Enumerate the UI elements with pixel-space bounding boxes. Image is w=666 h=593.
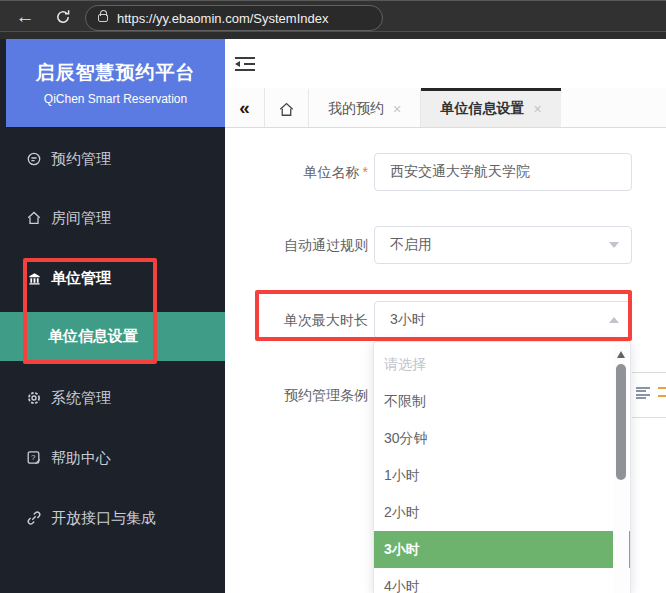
collapse-sidebar-icon[interactable] bbox=[235, 57, 255, 71]
scrollbar-up-arrow-icon[interactable] bbox=[617, 351, 625, 358]
auto-approve-rule-label: 自动通过规则 bbox=[225, 237, 368, 255]
browser-toolbar-edge bbox=[0, 31, 666, 39]
tab-my-reservations[interactable]: 我的预约 × bbox=[309, 88, 421, 127]
tab-label: 单位信息设置 bbox=[440, 100, 524, 118]
sidebar-item-unit-mgmt[interactable]: 单位管理 bbox=[0, 266, 225, 290]
editor-toolbar-top-border bbox=[632, 372, 666, 373]
sidebar-item-help-center[interactable]: ? 帮助中心 bbox=[0, 446, 225, 470]
sidebar-item-label: 单位管理 bbox=[51, 269, 111, 288]
close-icon[interactable]: × bbox=[393, 101, 401, 117]
app-screen: ← https://yy.ebaomin.com/SystemIndex 启辰智… bbox=[0, 0, 666, 593]
reservation-rules-label: 预约管理条例 bbox=[225, 387, 368, 405]
tab-unit-info-settings[interactable]: 单位信息设置 × bbox=[421, 88, 561, 127]
max-duration-select[interactable]: 3小时 bbox=[374, 301, 632, 339]
help-doc-icon: ? bbox=[26, 450, 42, 466]
content-header bbox=[225, 39, 666, 88]
required-asterisk: * bbox=[363, 164, 368, 180]
sidebar-item-open-api[interactable]: 开放接口与集成 bbox=[0, 506, 225, 530]
dropdown-option-30min[interactable]: 30分钟 bbox=[374, 420, 630, 457]
sidebar-item-label: 房间管理 bbox=[51, 209, 111, 228]
main-content: « 我的预约 × 单位信息设置 × 单位名称* 西安交通大学航天学院 自动通过规… bbox=[225, 39, 666, 593]
svg-text:?: ? bbox=[31, 453, 36, 462]
sidebar-item-unit-info-settings[interactable]: 单位信息设置 bbox=[0, 312, 225, 361]
scrollbar-thumb[interactable] bbox=[616, 364, 626, 480]
tabs-scroll-left-button[interactable]: « bbox=[225, 88, 265, 127]
unit-name-input[interactable]: 西安交通大学航天学院 bbox=[374, 153, 632, 191]
browser-back-button[interactable]: ← bbox=[10, 3, 40, 31]
sidebar-item-label: 预约管理 bbox=[51, 150, 111, 169]
unit-name-label: 单位名称* bbox=[225, 164, 368, 182]
brand-header: 启辰智慧预约平台 QiChen Smart Reservation bbox=[6, 39, 225, 127]
chevron-up-icon bbox=[609, 317, 619, 323]
building-icon bbox=[26, 270, 42, 286]
reservation-icon bbox=[26, 151, 42, 167]
dropdown-option-1hour[interactable]: 1小时 bbox=[374, 457, 630, 494]
sidebar-item-label: 帮助中心 bbox=[51, 449, 111, 468]
dropdown-option-placeholder: 请选择 bbox=[374, 346, 630, 383]
home-icon bbox=[26, 210, 42, 226]
tab-label: 我的预约 bbox=[328, 100, 384, 118]
refresh-icon bbox=[55, 9, 71, 25]
sidebar-item-label: 单位信息设置 bbox=[48, 327, 138, 346]
max-duration-label: 单次最大时长 bbox=[225, 312, 368, 330]
editor-toolbar-bottom-border bbox=[632, 417, 666, 418]
auto-approve-rule-select[interactable]: 不启用 bbox=[374, 226, 632, 264]
tab-home[interactable] bbox=[265, 88, 309, 127]
browser-refresh-button[interactable] bbox=[48, 3, 78, 31]
sidebar-item-reservation-mgmt[interactable]: 预约管理 bbox=[0, 147, 225, 171]
browser-toolbar: ← https://yy.ebaomin.com/SystemIndex bbox=[0, 0, 666, 39]
dropdown-scrollbar[interactable] bbox=[613, 343, 629, 593]
gear-icon bbox=[26, 390, 42, 406]
dropdown-option-unlimited[interactable]: 不限制 bbox=[374, 383, 630, 420]
sidebar-item-label: 系统管理 bbox=[51, 389, 111, 408]
auto-approve-rule-value: 不启用 bbox=[390, 236, 432, 254]
max-duration-value: 3小时 bbox=[390, 311, 426, 329]
sidebar-item-label: 开放接口与集成 bbox=[51, 509, 156, 528]
sidebar-item-room-mgmt[interactable]: 房间管理 bbox=[0, 206, 225, 230]
max-duration-dropdown: 请选择 不限制 30分钟 1小时 2小时 3小时 4小时 bbox=[373, 341, 631, 593]
site-security-lock-icon[interactable] bbox=[98, 14, 108, 22]
address-bar[interactable]: https://yy.ebaomin.com/SystemIndex bbox=[85, 5, 383, 31]
link-icon bbox=[26, 510, 42, 526]
unit-name-value: 西安交通大学航天学院 bbox=[390, 163, 530, 181]
home-icon bbox=[278, 101, 295, 118]
url-text[interactable]: https://yy.ebaomin.com/SystemIndex bbox=[117, 11, 328, 26]
dropdown-option-4hours[interactable]: 4小时 bbox=[374, 568, 630, 593]
editor-toolbar-partial-icon bbox=[658, 395, 666, 397]
sidebar-item-system-mgmt[interactable]: 系统管理 bbox=[0, 386, 225, 410]
app-title: 启辰智慧预约平台 bbox=[6, 60, 225, 86]
chevron-down-icon bbox=[609, 242, 619, 248]
align-lines-icon[interactable] bbox=[636, 387, 651, 399]
sidebar: 启辰智慧预约平台 QiChen Smart Reservation 预约管理 房… bbox=[0, 39, 225, 593]
dropdown-option-3hours-selected[interactable]: 3小时 bbox=[374, 531, 630, 568]
dropdown-option-2hours[interactable]: 2小时 bbox=[374, 494, 630, 531]
editor-toolbar-partial-icon bbox=[658, 387, 666, 389]
tab-bar: « 我的预约 × 单位信息设置 × bbox=[225, 88, 666, 128]
close-icon[interactable]: × bbox=[533, 101, 541, 117]
app-subtitle: QiChen Smart Reservation bbox=[6, 92, 225, 106]
